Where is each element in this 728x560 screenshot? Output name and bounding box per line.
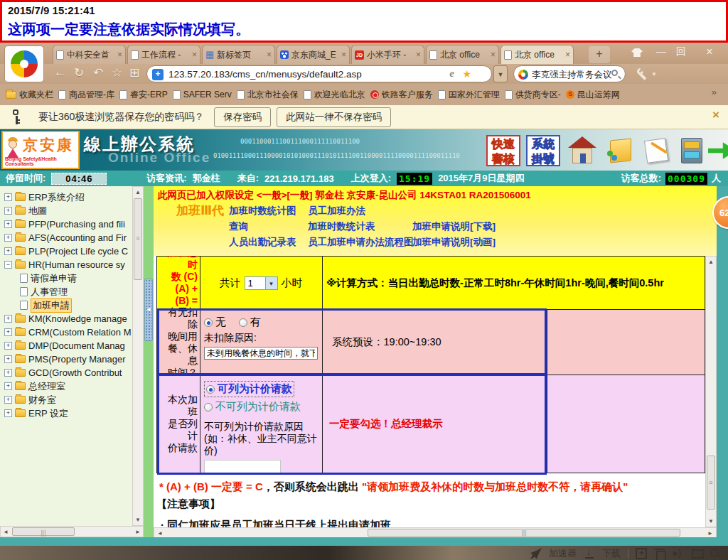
tree-item-plp[interactable]: +PLP(Project Life cycle C [0,244,132,258]
tree-item-pfp[interactable]: +PFP(Purchasing and fili [0,217,132,231]
wrench-menu-icon[interactable]: ▼ [636,68,651,80]
link-overtime-flowchart[interactable]: 员工加班申请办法流程图 [308,236,414,249]
radio-no[interactable] [204,318,213,327]
company-logo[interactable]: 京安康 Beijing Safety&Health Consultants [1,131,80,169]
tree-item-map[interactable]: +地圖 [0,204,132,217]
tree-item-afs[interactable]: +AFS(Accounting and Fir [0,231,132,244]
quick-review-button[interactable]: 快速 審核 [486,135,520,166]
tree-item-erp-settings[interactable]: +ERP 设定 [0,406,132,420]
system-register-button[interactable]: 系統 掛號 [526,135,560,166]
tree-item-crm[interactable]: +CRM(Custom Relation M [0,325,132,339]
form-horizontal-scrollbar[interactable]: ◄ ||| ► [154,527,717,537]
bookmarks-overflow-icon[interactable]: » [712,87,717,97]
link-manual-download[interactable]: 加班申请说明[下载] [412,220,496,233]
tree-item-pms[interactable]: +PMS(Property Manager [0,352,132,366]
hours-select[interactable]: 1▼ [245,276,278,290]
scrollbar-thumb[interactable]: ≡ [707,456,715,510]
screenshot-icon[interactable] [691,548,702,559]
file-cabinet-icon[interactable] [675,135,708,166]
link-query[interactable]: 查询 [229,220,248,233]
trash-icon[interactable] [654,548,665,559]
tab-close-icon[interactable]: × [565,50,570,60]
tab-close-icon[interactable]: × [341,50,346,60]
tree-item-gm-office[interactable]: +总经理室 [0,379,132,393]
tab-close-icon[interactable]: × [117,50,122,60]
tab-6[interactable]: 北京 office × [426,45,499,64]
bookmark-item[interactable]: 昆山运筹网 [566,89,620,101]
undo-icon[interactable]: ↶ [93,65,103,80]
bookmark-star-icon[interactable]: ★ [462,68,471,80]
minimize-button[interactable]: — [654,45,668,60]
speaker-icon[interactable] [673,548,684,559]
scrollbar-thumb[interactable]: ||| [368,529,680,537]
close-button[interactable]: × [702,45,717,60]
radio-not-billable[interactable] [204,403,213,411]
forward-arrow-icon[interactable] [708,135,728,166]
download-label[interactable]: 下载 [602,547,621,560]
memo-icon[interactable] [641,135,674,166]
radio-billable[interactable] [206,385,215,394]
refresh-icon[interactable]: ↻ [74,65,84,80]
accelerator-icon[interactable] [530,548,542,559]
tab-4[interactable]: 京东商城_E × [277,45,350,64]
tab-close-icon[interactable]: × [491,50,496,60]
tree-item-personnel[interactable]: 人事管理 [0,285,132,298]
medicine-box-icon[interactable] [636,548,647,559]
bookmark-item[interactable]: 欢迎光临北京 [304,89,365,101]
bookmark-item[interactable]: 铁路客户服务 [370,89,433,101]
search-box[interactable]: 李克强主持常务会议 [513,65,626,82]
link-overtime-chart[interactable]: 加班时数统计图 [229,205,296,217]
tab-7-active[interactable]: 北京 office × [500,45,574,64]
back-icon[interactable]: ← [54,65,66,80]
form-vertical-scrollbar[interactable]: ▲ ≡ ▼ [705,256,717,527]
tab-close-icon[interactable]: × [192,50,197,60]
meal-reason-input[interactable] [204,347,318,360]
sidebar-horizontal-scrollbar[interactable]: ◄ ||| ► [0,526,144,537]
download-icon[interactable] [584,548,595,559]
billable-reason-input[interactable] [204,460,281,474]
link-manual-animation[interactable]: 加班申请说明[动画] [412,236,496,249]
tree-item-leave-request[interactable]: 请假单申请 [0,271,132,285]
link-overtime-table[interactable]: 加班时数统计表 [308,220,375,233]
tree-item-hr[interactable]: −HR(Human resource sy [0,258,132,271]
tab-2[interactable]: 工作流程 - × [127,45,200,64]
shield-icon[interactable]: + [152,69,164,80]
compat-mode-icon[interactable]: e [449,68,454,80]
scrollbar-thumb[interactable]: ||| [12,527,75,536]
tab-close-icon[interactable]: × [416,50,421,60]
notification-close-icon[interactable]: × [712,108,719,122]
tree-item-km[interactable]: +KM(Knowledge manage [0,312,132,325]
link-overtime-rules[interactable]: 员工加班办法 [308,205,365,217]
tab-close-icon[interactable]: × [267,50,272,60]
bookmark-folder[interactable]: 收藏夹栏 [6,89,53,101]
accelerator-label[interactable]: 加速器 [549,547,577,560]
bookmark-item[interactable]: 商品管理-库 [58,89,114,101]
bookmark-item[interactable]: SAFER Serv [173,90,232,99]
search-icon[interactable] [611,70,618,76]
tree-item-dmp[interactable]: +DMP(Document Manag [0,339,132,352]
url-text[interactable]: 123.57.20.183/cms_cn/menusys/default2.as… [168,69,362,80]
radio-yes[interactable] [239,318,247,327]
url-dropdown-button[interactable]: ▼ [493,65,508,82]
bookmark-item[interactable]: 国家外汇管理 [438,89,500,101]
tab-3[interactable]: ▦ 新标签页 × [202,45,275,64]
restore-button[interactable]: 回 [674,45,688,60]
tab-1[interactable]: 中科安全首 × [53,45,126,64]
bookmark-item[interactable]: 北京市社会保 [237,89,299,101]
home-icon[interactable] [566,135,599,166]
tree-item-gcd[interactable]: +GCD(Growth Contribut [0,366,132,379]
search-query[interactable]: 李克强主持常务会议 [532,69,612,81]
save-password-button[interactable]: 保存密码 [214,107,271,127]
tree-item-overtime-request-selected[interactable]: 加班申請 [0,298,132,312]
tree-item-erp-intro[interactable]: +ERP系统介绍 [0,190,132,204]
bookmark-item[interactable]: 供货商专区- [505,89,561,101]
zoom-icon[interactable] [710,548,721,559]
browser-menu-button[interactable] [4,45,44,82]
skin-button[interactable] [631,45,643,60]
sidebar-collapse-handle[interactable]: ◄ [144,279,153,341]
apps-grid-icon[interactable]: ⊞ [129,65,139,80]
shared-folder-icon[interactable] [604,135,637,166]
select-arrow-icon[interactable]: ▼ [266,276,278,290]
new-tab-button[interactable]: + [589,46,610,63]
sidebar-vertical-scrollbar[interactable]: ▲ ≡ ▼ [132,186,144,526]
